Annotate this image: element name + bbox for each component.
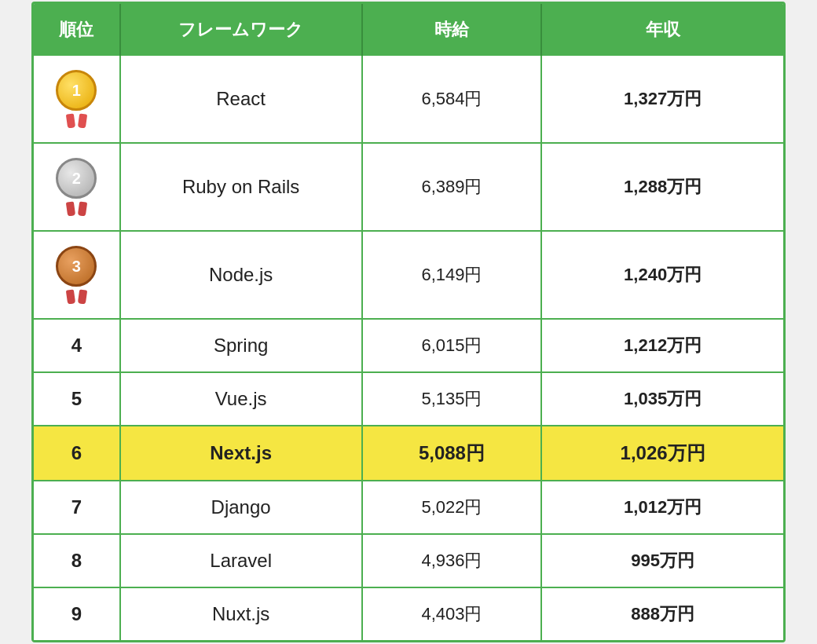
annual-cell: 1,212万円 <box>541 319 783 372</box>
table-row: 8Laravel4,936円995万円 <box>34 534 783 587</box>
header-annual: 年収 <box>541 4 783 56</box>
framework-cell: React <box>120 56 362 143</box>
medal-silver: 2 <box>42 158 112 216</box>
ribbon-left <box>66 289 75 304</box>
rank-cell: 4 <box>34 319 120 372</box>
header-framework: フレームワーク <box>120 4 362 56</box>
annual-cell: 1,240万円 <box>541 231 783 319</box>
header-rank: 順位 <box>34 4 120 56</box>
framework-cell: Next.js <box>120 426 362 481</box>
hourly-cell: 6,149円 <box>362 231 542 319</box>
table-row: 2Ruby on Rails6,389円1,288万円 <box>34 143 783 231</box>
rank-cell: 2 <box>34 143 120 231</box>
medal-ribbon <box>67 202 86 216</box>
medal-circle: 1 <box>56 70 97 111</box>
table-row: 5Vue.js5,135円1,035万円 <box>34 372 783 426</box>
annual-cell: 1,026万円 <box>541 426 783 481</box>
medal-circle: 2 <box>56 158 97 199</box>
annual-cell: 995万円 <box>541 534 783 587</box>
hourly-cell: 5,088円 <box>362 426 542 481</box>
table-row: 4Spring6,015円1,212万円 <box>34 319 783 372</box>
table-body: 1React6,584円1,327万円2Ruby on Rails6,389円1… <box>34 56 783 640</box>
medal-ribbon <box>67 290 86 304</box>
framework-cell: Nuxt.js <box>120 587 362 640</box>
framework-cell: Laravel <box>120 534 362 587</box>
medal-bronze: 3 <box>42 246 112 304</box>
hourly-cell: 6,389円 <box>362 143 542 231</box>
rank-cell: 1 <box>34 56 120 143</box>
hourly-cell: 4,403円 <box>362 587 542 640</box>
hourly-cell: 5,022円 <box>362 481 542 534</box>
annual-cell: 1,327万円 <box>541 56 783 143</box>
rank-cell: 8 <box>34 534 120 587</box>
ribbon-left <box>66 113 75 128</box>
framework-cell: Django <box>120 481 362 534</box>
rank-cell: 3 <box>34 231 120 319</box>
table-row: 1React6,584円1,327万円 <box>34 56 783 143</box>
annual-cell: 888万円 <box>541 587 783 640</box>
hourly-cell: 4,936円 <box>362 534 542 587</box>
medal-ribbon <box>67 114 86 128</box>
framework-cell: Ruby on Rails <box>120 143 362 231</box>
hourly-cell: 6,015円 <box>362 319 542 372</box>
hourly-cell: 5,135円 <box>362 372 542 426</box>
medal-circle: 3 <box>56 246 97 287</box>
table-row: 3Node.js6,149円1,240万円 <box>34 231 783 319</box>
ribbon-left <box>66 201 75 216</box>
annual-cell: 1,012万円 <box>541 481 783 534</box>
ribbon-right <box>78 201 87 216</box>
medal-gold: 1 <box>42 70 112 128</box>
header-hourly: 時給 <box>362 4 542 56</box>
ribbon-right <box>78 113 87 128</box>
table-row: 6Next.js5,088円1,026万円 <box>34 426 783 481</box>
rank-cell: 5 <box>34 372 120 426</box>
table-header: 順位 フレームワーク 時給 年収 <box>34 4 783 56</box>
framework-cell: Vue.js <box>120 372 362 426</box>
framework-cell: Spring <box>120 319 362 372</box>
ribbon-right <box>78 289 87 304</box>
table-row: 7Django5,022円1,012万円 <box>34 481 783 534</box>
annual-cell: 1,035万円 <box>541 372 783 426</box>
table-row: 9Nuxt.js4,403円888万円 <box>34 587 783 640</box>
ranking-table: 順位 フレームワーク 時給 年収 1React6,584円1,327万円2Rub… <box>34 4 783 640</box>
rank-cell: 7 <box>34 481 120 534</box>
ranking-table-wrapper: 順位 フレームワーク 時給 年収 1React6,584円1,327万円2Rub… <box>31 2 786 642</box>
annual-cell: 1,288万円 <box>541 143 783 231</box>
rank-cell: 6 <box>34 426 120 481</box>
hourly-cell: 6,584円 <box>362 56 542 143</box>
rank-cell: 9 <box>34 587 120 640</box>
framework-cell: Node.js <box>120 231 362 319</box>
